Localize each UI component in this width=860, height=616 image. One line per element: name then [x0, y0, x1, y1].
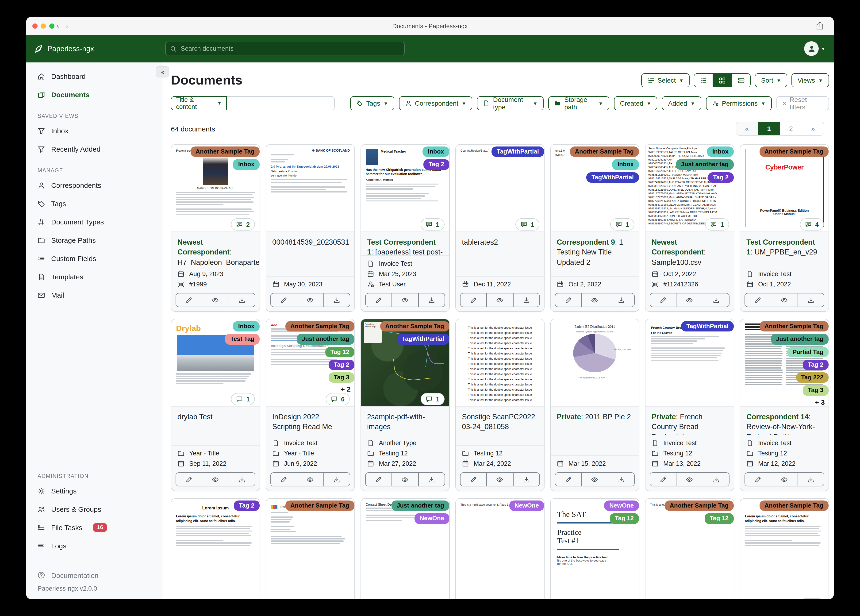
preview-button[interactable] [202, 473, 229, 486]
tag-badge[interactable]: Inbox [233, 321, 260, 332]
download-button[interactable] [323, 294, 350, 306]
sidebar-item-documentation[interactable]: Documentation [26, 567, 162, 583]
document-card[interactable]: Boundary Waters TripAnother Sample TagTa… [361, 319, 450, 491]
tag-badge[interactable]: Inbox [233, 159, 260, 170]
document-card[interactable]: Lorem ipsumLorem ipsum dolor sit amet, c… [171, 498, 260, 599]
edit-button[interactable] [556, 473, 581, 486]
document-thumbnail[interactable]: Lorem ipsumLorem ipsum dolor sit amet, c… [740, 499, 829, 599]
document-card[interactable]: This is a test for the double space char… [455, 319, 545, 491]
document-card[interactable]: Lorem ipsumLorem ipsum dolor sit amet, c… [740, 498, 829, 599]
edit-button[interactable] [176, 294, 202, 306]
tag-badge[interactable]: Tag 2 [329, 360, 355, 370]
document-title[interactable]: drylab Test [171, 407, 260, 425]
sidebar-item-settings[interactable]: Settings [26, 482, 162, 500]
tag-badge[interactable]: Another Sample Tag [570, 146, 639, 157]
user-menu[interactable]: ▼ [804, 41, 825, 56]
document-title[interactable]: Correspondent 14: Review-of-New-York-Fed… [740, 407, 829, 435]
document-card[interactable]: AdoInDesign Scripting DocumentationAnoth… [266, 319, 355, 491]
document-card[interactable]: Country,Region/State,"TagWithPartial1tab… [455, 144, 545, 312]
preview-button[interactable] [581, 473, 608, 486]
document-thumbnail[interactable]: AdoInDesign Scripting DocumentationAnoth… [266, 319, 355, 406]
document-thumbnail[interactable]: Serial Number,Company Name,Employe978818… [645, 145, 734, 231]
document-thumbnail[interactable]: DrylabInboxTest Tag1 [171, 319, 260, 406]
tag-badge[interactable]: Tag 12 [705, 514, 734, 524]
tag-badge[interactable]: Tag 2 [708, 172, 734, 183]
tag-badge[interactable]: TagWithPartial [586, 172, 639, 183]
tag-badge[interactable]: Tag 2 [803, 360, 829, 370]
sidebar-item-recently-added[interactable]: Recently Added [26, 140, 162, 158]
tag-badge[interactable]: Another Sample Tag [285, 321, 355, 332]
edit-button[interactable] [745, 473, 771, 486]
document-title[interactable]: Newest Correspondent: Sample100.csv [645, 232, 734, 266]
tag-badge[interactable]: Another Sample Tag [759, 501, 829, 511]
view-grid-button[interactable] [713, 74, 731, 87]
preview-button[interactable] [676, 473, 703, 486]
document-card[interactable]: This is a testAnother Sample TagTag 12 [645, 498, 734, 599]
document-card[interactable]: Patient BP Distribution 2011Isolated Sys… [550, 319, 639, 491]
search-input[interactable] [180, 45, 400, 53]
download-button[interactable] [513, 294, 539, 306]
preview-button[interactable] [392, 294, 418, 306]
document-thumbnail[interactable]: Lorem ipsumLorem ipsum dolor sit amet, c… [171, 499, 260, 599]
tag-badge[interactable]: TagWithPartial [681, 321, 734, 332]
tag-badge[interactable]: Another Sample Tag [380, 321, 449, 332]
edit-button[interactable] [271, 473, 297, 486]
app-brand[interactable]: Paperless-ngx [34, 44, 94, 53]
document-thumbnail[interactable]: Patient BP Distribution 2011Isolated Sys… [551, 319, 639, 406]
tag-badge[interactable]: Another Sample Tag [285, 501, 355, 511]
tag-badge[interactable]: Tag 3 [329, 372, 355, 383]
comment-count-pill[interactable]: 2 [231, 218, 255, 231]
download-button[interactable] [608, 294, 634, 306]
sidebar-item-templates[interactable]: Templates [26, 268, 162, 286]
preview-button[interactable] [392, 473, 418, 486]
tag-badge[interactable]: Inbox [423, 146, 449, 157]
document-title[interactable]: tablerates2 [456, 232, 544, 250]
sidebar-item-file-tasks[interactable]: File Tasks16 [26, 519, 162, 537]
sidebar-item-document-types[interactable]: Document Types [26, 213, 162, 231]
view-list-button[interactable] [695, 74, 713, 87]
view-details-button[interactable] [731, 74, 750, 87]
select-button[interactable]: Select ▼ [641, 73, 690, 87]
document-thumbnail[interactable]: Francja pod rzNAPOLEON BONAPARTEAnother … [171, 145, 260, 231]
document-title[interactable]: Private: French Country Bread Revised.do… [645, 407, 734, 435]
document-thumbnail[interactable]: CyberPowerPowerPanel® Business EditionUs… [740, 145, 829, 231]
tag-badge[interactable]: Inbox [612, 159, 639, 170]
reset-filters-button[interactable]: × Reset filters [777, 96, 829, 110]
page-button-«[interactable]: « [736, 122, 758, 135]
tag-badge[interactable]: Just another tag [771, 334, 829, 345]
preview-button[interactable] [486, 294, 513, 306]
document-thumbnail[interactable]: ❋ BANK OF SCOTLAND2,0 % p. a. auf Ihr Ta… [266, 145, 355, 231]
download-button[interactable] [797, 294, 824, 306]
document-thumbnail[interactable]: The SATPracticeTest #1Make time to take … [551, 499, 639, 599]
filter-correspondent-button[interactable]: Correspondent▼ [399, 96, 472, 110]
document-title[interactable]: Sonstige ScanPC2022 03-24_081058 [456, 407, 544, 435]
edit-button[interactable] [650, 473, 676, 486]
document-card[interactable]: DrylabInboxTest Tag1drylab TestYear - Ti… [171, 319, 260, 491]
tag-badge[interactable]: NewOne [604, 501, 639, 511]
preview-button[interactable] [202, 294, 229, 306]
document-thumbnail[interactable]: This is a test for the double space char… [456, 319, 544, 406]
tag-badge[interactable]: Another Sample Tag [759, 321, 829, 332]
edit-button[interactable] [556, 294, 581, 306]
global-search[interactable] [165, 42, 405, 55]
tag-badge[interactable]: Just another tag [676, 159, 734, 170]
title-content-filter-input[interactable] [227, 96, 335, 110]
page-button-»[interactable]: » [802, 122, 824, 135]
document-card[interactable]: CyberPowerPowerPanel® Business EditionUs… [740, 144, 829, 312]
tag-badge[interactable]: Another Sample Tag [190, 146, 260, 157]
document-title[interactable]: Newest Correspondent: H7_Napoleon_Bonapa… [171, 232, 260, 266]
download-button[interactable] [703, 294, 729, 306]
comment-count-pill[interactable]: 1 [421, 393, 444, 405]
comment-count-pill[interactable]: 1 [421, 218, 444, 231]
edit-button[interactable] [366, 294, 392, 306]
edit-button[interactable] [745, 294, 771, 306]
filter-tags-button[interactable]: Tags▼ [350, 96, 394, 110]
sidebar-item-documents[interactable]: Documents [26, 85, 162, 104]
tag-badge[interactable]: Just another tag [391, 501, 449, 511]
preview-button[interactable] [676, 294, 703, 306]
preview-button[interactable] [771, 294, 797, 306]
tag-badge[interactable]: Inbox [707, 146, 734, 157]
tag-badge[interactable]: Another Sample Tag [664, 501, 734, 511]
preview-button[interactable] [771, 473, 797, 486]
document-card[interactable]: French Country BreadFor the LeavenTagWit… [645, 319, 734, 491]
